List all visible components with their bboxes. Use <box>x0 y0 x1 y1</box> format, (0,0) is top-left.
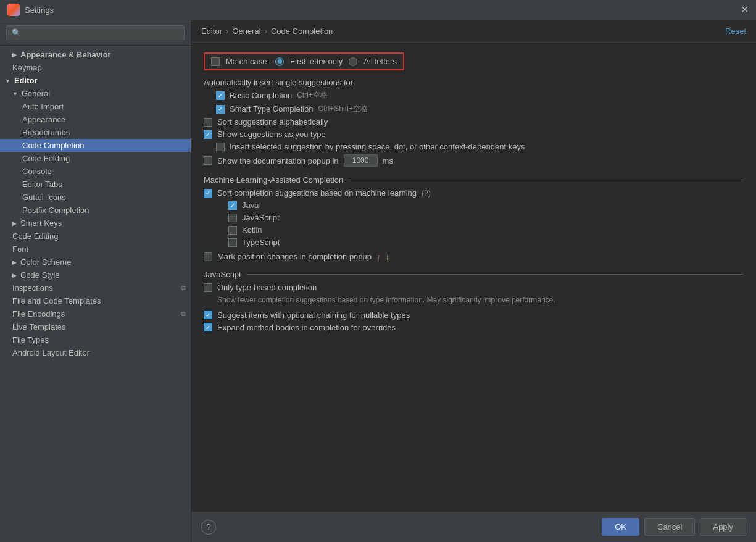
javascript-label: JavaScript <box>242 213 280 222</box>
apply-button[interactable]: Apply <box>700 518 746 536</box>
smart-completion-label: Smart Type Completion <box>230 104 314 114</box>
sidebar-item-file-types[interactable]: File Types <box>0 333 191 346</box>
down-arrow-icon: ↓ <box>386 252 390 261</box>
sidebar-item-editor-tabs[interactable]: Editor Tabs <box>0 178 191 191</box>
sidebar-label: Code Editing <box>12 231 58 241</box>
only-type-based-row: Only type-based completion <box>204 283 744 292</box>
kotlin-checkbox[interactable] <box>228 226 237 235</box>
mark-position-checkbox[interactable] <box>204 252 212 261</box>
sort-ml-checkbox[interactable] <box>204 189 212 198</box>
breadcrumb: Editor › General › Code Completion <box>201 27 333 36</box>
sidebar-item-keymap[interactable]: Keymap <box>0 61 191 74</box>
sidebar-item-font[interactable]: Font <box>0 243 191 256</box>
js-section-label: JavaScript <box>204 270 241 279</box>
first-letter-radio[interactable] <box>275 57 284 66</box>
sidebar-item-appearance[interactable]: Appearance <box>0 113 191 126</box>
show-doc-popup-row: Show the documentation popup in ms <box>204 154 744 167</box>
sidebar-item-file-encodings[interactable]: File Encodings ⧉ <box>0 307 191 320</box>
sidebar-item-general[interactable]: ▼ General <box>0 87 191 100</box>
arrow-icon: ▶ <box>12 52 17 58</box>
sidebar-label: Code Completion <box>22 141 84 150</box>
java-checkbox[interactable] <box>228 201 237 210</box>
close-button[interactable]: ✕ <box>741 5 749 15</box>
smart-completion-shortcut: Ctrl+Shift+空格 <box>318 104 368 114</box>
title-bar: Settings ✕ <box>0 0 756 20</box>
sidebar-label: Appearance <box>22 115 65 124</box>
expand-method-label: Expand method bodies in completion for o… <box>217 323 396 332</box>
sidebar-label: Smart Keys <box>20 219 62 228</box>
match-case-checkbox[interactable] <box>211 57 220 66</box>
sidebar-item-android-layout[interactable]: Android Layout Editor <box>0 346 191 359</box>
help-icon[interactable]: (?) <box>422 189 431 198</box>
insert-selected-row: Insert selected suggestion by pressing s… <box>204 142 744 151</box>
search-input[interactable] <box>6 25 185 40</box>
suggest-nullable-checkbox[interactable] <box>204 311 212 319</box>
match-case-section: Match case: First letter only All letter… <box>204 52 744 70</box>
sort-alpha-checkbox[interactable] <box>204 118 212 127</box>
sidebar-item-code-editing[interactable]: Code Editing <box>0 230 191 243</box>
java-row: Java <box>204 201 744 210</box>
sidebar-item-file-code-templates[interactable]: File and Code Templates <box>0 294 191 307</box>
smart-completion-checkbox[interactable] <box>216 105 225 114</box>
sort-alpha-label: Sort suggestions alphabetically <box>217 117 328 127</box>
cancel-button[interactable]: Cancel <box>644 518 695 536</box>
show-doc-popup-label: Show the documentation popup in <box>217 156 339 165</box>
sidebar-label: File Types <box>12 335 49 344</box>
sidebar-label: Color Scheme <box>20 257 71 267</box>
expand-method-checkbox[interactable] <box>204 323 212 331</box>
auto-insert-label: Automatically insert single suggestions … <box>204 78 355 87</box>
sidebar-item-smart-keys[interactable]: ▶ Smart Keys <box>0 217 191 230</box>
javascript-checkbox[interactable] <box>228 214 237 222</box>
sidebar-item-editor[interactable]: ▼ Editor <box>0 74 191 87</box>
sidebar: ▶ Appearance & Behavior Keymap ▼ Editor … <box>0 20 191 542</box>
sidebar-item-appearance-behavior[interactable]: ▶ Appearance & Behavior <box>0 48 191 61</box>
help-button[interactable]: ? <box>201 520 216 535</box>
sidebar-item-auto-import[interactable]: Auto Import <box>0 100 191 113</box>
show-suggestions-label: Show suggestions as you type <box>217 130 326 139</box>
basic-completion-checkbox[interactable] <box>216 91 225 100</box>
typescript-checkbox[interactable] <box>228 238 237 247</box>
sidebar-item-code-style[interactable]: ▶ Code Style <box>0 269 191 281</box>
sidebar-item-live-templates[interactable]: Live Templates <box>0 320 191 333</box>
insert-selected-checkbox[interactable] <box>216 143 225 151</box>
sidebar-label: Breadcrumbs <box>22 128 70 137</box>
title-bar-left: Settings <box>7 4 54 16</box>
sidebar-item-inspections[interactable]: Inspections ⧉ <box>0 281 191 294</box>
ml-section-label: Machine Learning-Assisted Completion <box>204 175 343 185</box>
basic-completion-shortcut: Ctrl+空格 <box>297 90 328 101</box>
sidebar-label: Android Layout Editor <box>12 348 89 357</box>
mark-position-label: Mark position changes in completion popu… <box>217 252 372 261</box>
sort-ml-row: Sort completion suggestions based on mac… <box>204 188 744 198</box>
smart-completion-row: Smart Type Completion Ctrl+Shift+空格 <box>204 104 744 114</box>
basic-completion-row: Basic Completion Ctrl+空格 <box>204 90 744 101</box>
sidebar-item-color-scheme[interactable]: ▶ Color Scheme <box>0 256 191 269</box>
first-letter-label: First letter only <box>290 57 343 66</box>
sidebar-item-code-folding[interactable]: Code Folding <box>0 152 191 165</box>
breadcrumb-code-completion: Code Completion <box>271 27 333 36</box>
only-type-based-checkbox[interactable] <box>204 283 212 292</box>
sidebar-item-gutter-icons[interactable]: Gutter Icons <box>0 191 191 204</box>
breadcrumb-sep-1: › <box>226 27 228 36</box>
js-section-header: JavaScript <box>204 270 744 279</box>
show-doc-popup-input[interactable] <box>344 154 378 167</box>
sidebar-item-console[interactable]: Console <box>0 165 191 178</box>
button-group: OK Cancel Apply <box>602 518 746 536</box>
typescript-label: TypeScript <box>242 238 280 247</box>
all-letters-radio[interactable] <box>349 57 357 66</box>
show-doc-popup-checkbox[interactable] <box>204 156 212 165</box>
sidebar-label: Font <box>12 244 28 254</box>
sidebar-item-code-completion[interactable]: Code Completion <box>0 139 191 152</box>
ok-button[interactable]: OK <box>602 518 639 536</box>
copy-icon-2: ⧉ <box>181 310 186 318</box>
sidebar-item-breadcrumbs[interactable]: Breadcrumbs <box>0 126 191 139</box>
sort-alpha-row: Sort suggestions alphabetically <box>204 117 744 127</box>
sidebar-item-postfix-completion[interactable]: Postfix Completion <box>0 204 191 217</box>
kotlin-row: Kotlin <box>204 225 744 235</box>
show-suggestions-checkbox[interactable] <box>204 130 212 139</box>
sidebar-label: Postfix Completion <box>22 206 89 215</box>
window-title: Settings <box>25 6 54 15</box>
sidebar-label: Editor Tabs <box>22 180 62 189</box>
show-doc-popup-unit: ms <box>383 156 393 165</box>
sidebar-label: Code Folding <box>22 154 70 163</box>
reset-link[interactable]: Reset <box>725 27 746 36</box>
